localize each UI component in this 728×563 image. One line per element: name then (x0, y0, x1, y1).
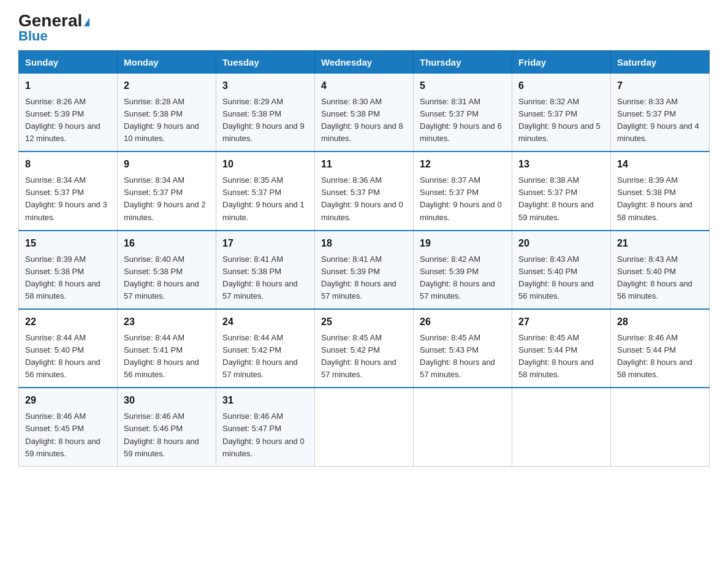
calendar-week-row: 22Sunrise: 8:44 AMSunset: 5:40 PMDayligh… (19, 309, 710, 388)
day-info: Sunrise: 8:32 AMSunset: 5:37 PMDaylight:… (518, 97, 601, 143)
calendar-week-row: 29Sunrise: 8:46 AMSunset: 5:45 PMDayligh… (19, 388, 710, 466)
calendar-cell: 31Sunrise: 8:46 AMSunset: 5:47 PMDayligh… (216, 388, 315, 466)
day-number: 29 (25, 393, 111, 408)
day-info: Sunrise: 8:44 AMSunset: 5:42 PMDaylight:… (222, 333, 298, 379)
calendar-cell (315, 388, 414, 466)
calendar-week-row: 8Sunrise: 8:34 AMSunset: 5:37 PMDaylight… (19, 151, 710, 230)
day-info: Sunrise: 8:28 AMSunset: 5:38 PMDaylight:… (124, 97, 199, 143)
day-number: 25 (321, 315, 407, 330)
day-number: 1 (25, 79, 111, 94)
day-info: Sunrise: 8:42 AMSunset: 5:39 PMDaylight:… (420, 255, 495, 301)
calendar-cell: 6Sunrise: 8:32 AMSunset: 5:37 PMDaylight… (512, 73, 611, 151)
calendar-week-row: 1Sunrise: 8:26 AMSunset: 5:39 PMDaylight… (19, 73, 710, 151)
day-info: Sunrise: 8:46 AMSunset: 5:47 PMDaylight:… (222, 412, 305, 458)
logo: General Blue (18, 12, 89, 44)
calendar-header-row: SundayMondayTuesdayWednesdayThursdayFrid… (19, 51, 710, 74)
header-thursday: Thursday (414, 51, 512, 74)
day-number: 30 (124, 393, 210, 408)
day-number: 14 (617, 157, 703, 172)
day-info: Sunrise: 8:40 AMSunset: 5:38 PMDaylight:… (124, 255, 199, 301)
day-number: 5 (420, 79, 506, 94)
calendar-cell: 2Sunrise: 8:28 AMSunset: 5:38 PMDaylight… (118, 73, 216, 151)
logo-general: General (18, 12, 89, 29)
calendar-cell: 29Sunrise: 8:46 AMSunset: 5:45 PMDayligh… (19, 388, 118, 466)
calendar-cell (414, 388, 512, 466)
day-number: 28 (617, 315, 703, 330)
day-info: Sunrise: 8:45 AMSunset: 5:43 PMDaylight:… (420, 333, 495, 379)
header-friday: Friday (512, 51, 611, 74)
day-number: 15 (25, 236, 111, 251)
calendar-cell: 19Sunrise: 8:42 AMSunset: 5:39 PMDayligh… (414, 231, 512, 309)
day-number: 24 (222, 315, 308, 330)
calendar-cell: 24Sunrise: 8:44 AMSunset: 5:42 PMDayligh… (216, 309, 315, 388)
day-number: 26 (420, 315, 506, 330)
day-info: Sunrise: 8:30 AMSunset: 5:38 PMDaylight:… (321, 97, 403, 143)
day-info: Sunrise: 8:46 AMSunset: 5:46 PMDaylight:… (124, 412, 199, 458)
calendar-cell: 27Sunrise: 8:45 AMSunset: 5:44 PMDayligh… (512, 309, 611, 388)
calendar-cell: 18Sunrise: 8:41 AMSunset: 5:39 PMDayligh… (315, 231, 414, 309)
calendar-cell (611, 388, 710, 466)
calendar-cell: 14Sunrise: 8:39 AMSunset: 5:38 PMDayligh… (611, 151, 710, 230)
calendar-cell: 3Sunrise: 8:29 AMSunset: 5:38 PMDaylight… (216, 73, 315, 151)
calendar-cell: 26Sunrise: 8:45 AMSunset: 5:43 PMDayligh… (414, 309, 512, 388)
day-number: 17 (222, 236, 308, 251)
day-number: 7 (617, 79, 703, 94)
calendar-cell: 16Sunrise: 8:40 AMSunset: 5:38 PMDayligh… (118, 231, 216, 309)
day-number: 20 (518, 236, 604, 251)
calendar-cell: 22Sunrise: 8:44 AMSunset: 5:40 PMDayligh… (19, 309, 118, 388)
logo-blue: Blue (18, 28, 48, 44)
day-info: Sunrise: 8:43 AMSunset: 5:40 PMDaylight:… (617, 255, 692, 301)
day-info: Sunrise: 8:39 AMSunset: 5:38 PMDaylight:… (25, 255, 100, 301)
calendar-cell: 30Sunrise: 8:46 AMSunset: 5:46 PMDayligh… (118, 388, 216, 466)
calendar-week-row: 15Sunrise: 8:39 AMSunset: 5:38 PMDayligh… (19, 231, 710, 309)
calendar-cell: 17Sunrise: 8:41 AMSunset: 5:38 PMDayligh… (216, 231, 315, 309)
header-tuesday: Tuesday (216, 51, 315, 74)
calendar-cell: 13Sunrise: 8:38 AMSunset: 5:37 PMDayligh… (512, 151, 611, 230)
calendar-cell: 4Sunrise: 8:30 AMSunset: 5:38 PMDaylight… (315, 73, 414, 151)
calendar-cell: 1Sunrise: 8:26 AMSunset: 5:39 PMDaylight… (19, 73, 118, 151)
day-number: 18 (321, 236, 407, 251)
day-number: 21 (617, 236, 703, 251)
header-monday: Monday (118, 51, 216, 74)
day-info: Sunrise: 8:37 AMSunset: 5:37 PMDaylight:… (420, 175, 502, 221)
day-number: 31 (222, 393, 308, 408)
day-number: 10 (222, 157, 308, 172)
day-number: 22 (25, 315, 111, 330)
day-number: 12 (420, 157, 506, 172)
day-info: Sunrise: 8:46 AMSunset: 5:44 PMDaylight:… (617, 333, 692, 379)
page-header: General Blue (18, 12, 710, 44)
calendar-cell: 7Sunrise: 8:33 AMSunset: 5:37 PMDaylight… (611, 73, 710, 151)
calendar-cell: 15Sunrise: 8:39 AMSunset: 5:38 PMDayligh… (19, 231, 118, 309)
calendar-cell: 10Sunrise: 8:35 AMSunset: 5:37 PMDayligh… (216, 151, 315, 230)
day-number: 16 (124, 236, 210, 251)
day-number: 11 (321, 157, 407, 172)
day-info: Sunrise: 8:41 AMSunset: 5:38 PMDaylight:… (222, 255, 298, 301)
calendar-cell (512, 388, 611, 466)
day-number: 8 (25, 157, 111, 172)
day-info: Sunrise: 8:43 AMSunset: 5:40 PMDaylight:… (518, 255, 594, 301)
calendar-cell: 5Sunrise: 8:31 AMSunset: 5:37 PMDaylight… (414, 73, 512, 151)
day-info: Sunrise: 8:44 AMSunset: 5:41 PMDaylight:… (124, 333, 199, 379)
day-info: Sunrise: 8:44 AMSunset: 5:40 PMDaylight:… (25, 333, 100, 379)
day-info: Sunrise: 8:36 AMSunset: 5:37 PMDaylight:… (321, 175, 403, 221)
day-info: Sunrise: 8:45 AMSunset: 5:42 PMDaylight:… (321, 333, 396, 379)
day-number: 9 (124, 157, 210, 172)
day-info: Sunrise: 8:26 AMSunset: 5:39 PMDaylight:… (25, 97, 100, 143)
calendar-cell: 28Sunrise: 8:46 AMSunset: 5:44 PMDayligh… (611, 309, 710, 388)
day-info: Sunrise: 8:38 AMSunset: 5:37 PMDaylight:… (518, 175, 594, 221)
calendar-cell: 11Sunrise: 8:36 AMSunset: 5:37 PMDayligh… (315, 151, 414, 230)
day-info: Sunrise: 8:35 AMSunset: 5:37 PMDaylight:… (222, 175, 305, 221)
day-number: 13 (518, 157, 604, 172)
day-number: 2 (124, 79, 210, 94)
calendar-cell: 12Sunrise: 8:37 AMSunset: 5:37 PMDayligh… (414, 151, 512, 230)
day-number: 6 (518, 79, 604, 94)
day-info: Sunrise: 8:45 AMSunset: 5:44 PMDaylight:… (518, 333, 594, 379)
day-info: Sunrise: 8:34 AMSunset: 5:37 PMDaylight:… (25, 175, 107, 221)
calendar-cell: 25Sunrise: 8:45 AMSunset: 5:42 PMDayligh… (315, 309, 414, 388)
calendar-cell: 23Sunrise: 8:44 AMSunset: 5:41 PMDayligh… (118, 309, 216, 388)
day-number: 4 (321, 79, 407, 94)
day-info: Sunrise: 8:34 AMSunset: 5:37 PMDaylight:… (124, 175, 206, 221)
day-number: 19 (420, 236, 506, 251)
header-sunday: Sunday (19, 51, 118, 74)
day-number: 27 (518, 315, 604, 330)
